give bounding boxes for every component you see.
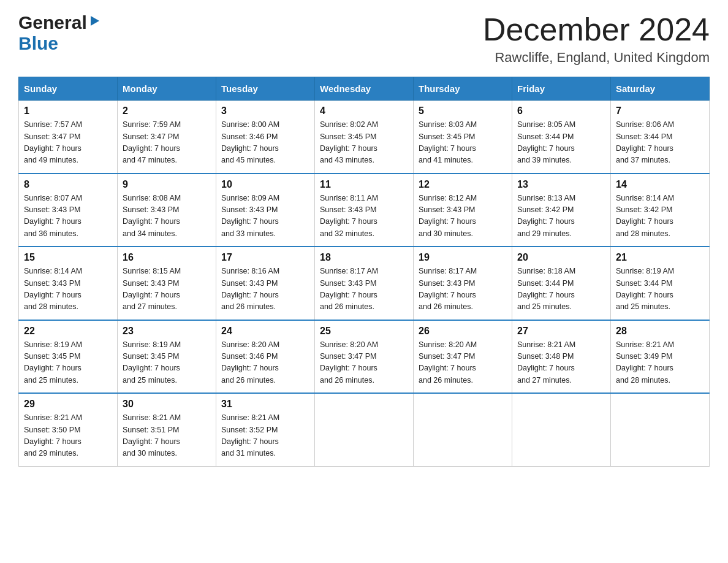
col-friday: Friday [512,77,611,101]
table-row [512,393,611,466]
day-number: 23 [123,326,211,337]
day-number: 27 [517,326,605,337]
day-number: 31 [221,399,309,410]
day-info: Sunrise: 8:08 AM Sunset: 3:43 PM Dayligh… [123,193,211,240]
day-number: 15 [24,252,112,263]
day-number: 11 [320,179,408,190]
table-row: 6 Sunrise: 8:05 AM Sunset: 3:44 PM Dayli… [512,101,611,174]
logo-triangle-icon [89,15,100,28]
day-info: Sunrise: 8:21 AM Sunset: 3:50 PM Dayligh… [24,412,112,460]
day-info: Sunrise: 8:21 AM Sunset: 3:51 PM Dayligh… [123,412,211,460]
calendar-week-row: 15 Sunrise: 8:14 AM Sunset: 3:43 PM Dayl… [19,247,710,320]
table-row: 31 Sunrise: 8:21 AM Sunset: 3:52 PM Dayl… [216,393,315,466]
day-info: Sunrise: 7:57 AM Sunset: 3:47 PM Dayligh… [24,119,112,167]
day-info: Sunrise: 7:59 AM Sunset: 3:47 PM Dayligh… [123,119,211,167]
day-info: Sunrise: 8:11 AM Sunset: 3:43 PM Dayligh… [320,193,408,240]
day-info: Sunrise: 8:21 AM Sunset: 3:49 PM Dayligh… [616,339,704,387]
day-info: Sunrise: 8:21 AM Sunset: 3:52 PM Dayligh… [221,412,309,460]
table-row: 10 Sunrise: 8:09 AM Sunset: 3:43 PM Dayl… [216,174,315,247]
day-info: Sunrise: 8:13 AM Sunset: 3:42 PM Dayligh… [517,193,605,240]
day-info: Sunrise: 8:14 AM Sunset: 3:43 PM Dayligh… [24,266,112,313]
col-sunday: Sunday [19,77,118,101]
table-row: 9 Sunrise: 8:08 AM Sunset: 3:43 PM Dayli… [118,174,216,247]
svg-marker-0 [91,16,99,26]
table-row: 25 Sunrise: 8:20 AM Sunset: 3:47 PM Dayl… [315,320,414,394]
table-row: 3 Sunrise: 8:00 AM Sunset: 3:46 PM Dayli… [216,101,315,174]
day-number: 19 [419,252,507,263]
table-row: 19 Sunrise: 8:17 AM Sunset: 3:43 PM Dayl… [414,247,512,320]
day-number: 16 [123,252,211,263]
day-number: 13 [517,179,605,190]
table-row: 27 Sunrise: 8:21 AM Sunset: 3:48 PM Dayl… [512,320,611,394]
table-row [315,393,414,466]
day-info: Sunrise: 8:03 AM Sunset: 3:45 PM Dayligh… [419,119,507,167]
day-info: Sunrise: 8:19 AM Sunset: 3:44 PM Dayligh… [616,266,704,313]
col-wednesday: Wednesday [315,77,414,101]
table-row: 11 Sunrise: 8:11 AM Sunset: 3:43 PM Dayl… [315,174,414,247]
day-info: Sunrise: 8:07 AM Sunset: 3:43 PM Dayligh… [24,193,112,240]
title-block: December 2024 Rawcliffe, England, United… [483,12,710,66]
day-number: 22 [24,326,112,337]
day-info: Sunrise: 8:17 AM Sunset: 3:43 PM Dayligh… [320,266,408,313]
day-number: 14 [616,179,704,190]
day-info: Sunrise: 8:09 AM Sunset: 3:43 PM Dayligh… [221,193,309,240]
day-number: 21 [616,252,704,263]
table-row: 16 Sunrise: 8:15 AM Sunset: 3:43 PM Dayl… [118,247,216,320]
table-row: 21 Sunrise: 8:19 AM Sunset: 3:44 PM Dayl… [611,247,710,320]
col-thursday: Thursday [414,77,512,101]
table-row: 28 Sunrise: 8:21 AM Sunset: 3:49 PM Dayl… [611,320,710,394]
day-number: 20 [517,252,605,263]
table-row: 4 Sunrise: 8:02 AM Sunset: 3:45 PM Dayli… [315,101,414,174]
day-number: 6 [517,105,605,117]
table-row: 17 Sunrise: 8:16 AM Sunset: 3:43 PM Dayl… [216,247,315,320]
calendar-week-row: 29 Sunrise: 8:21 AM Sunset: 3:50 PM Dayl… [19,393,710,466]
table-row: 20 Sunrise: 8:18 AM Sunset: 3:44 PM Dayl… [512,247,611,320]
day-number: 17 [221,252,309,263]
day-info: Sunrise: 8:20 AM Sunset: 3:46 PM Dayligh… [221,339,309,387]
table-row: 29 Sunrise: 8:21 AM Sunset: 3:50 PM Dayl… [19,393,118,466]
day-number: 3 [221,105,309,117]
table-row: 8 Sunrise: 8:07 AM Sunset: 3:43 PM Dayli… [19,174,118,247]
day-number: 29 [24,399,112,410]
col-saturday: Saturday [611,77,710,101]
location-title: Rawcliffe, England, United Kingdom [483,50,710,66]
calendar-week-row: 22 Sunrise: 8:19 AM Sunset: 3:45 PM Dayl… [19,320,710,394]
logo: General Blue [18,12,100,54]
table-row: 18 Sunrise: 8:17 AM Sunset: 3:43 PM Dayl… [315,247,414,320]
table-row: 24 Sunrise: 8:20 AM Sunset: 3:46 PM Dayl… [216,320,315,394]
calendar-table: Sunday Monday Tuesday Wednesday Thursday… [18,77,710,467]
table-row: 5 Sunrise: 8:03 AM Sunset: 3:45 PM Dayli… [414,101,512,174]
day-number: 24 [221,326,309,337]
day-info: Sunrise: 8:16 AM Sunset: 3:43 PM Dayligh… [221,266,309,313]
day-info: Sunrise: 8:14 AM Sunset: 3:42 PM Dayligh… [616,193,704,240]
calendar-header-row: Sunday Monday Tuesday Wednesday Thursday… [19,77,710,101]
day-info: Sunrise: 8:05 AM Sunset: 3:44 PM Dayligh… [517,119,605,167]
day-info: Sunrise: 8:21 AM Sunset: 3:48 PM Dayligh… [517,339,605,387]
day-number: 10 [221,179,309,190]
table-row: 22 Sunrise: 8:19 AM Sunset: 3:45 PM Dayl… [19,320,118,394]
day-info: Sunrise: 8:00 AM Sunset: 3:46 PM Dayligh… [221,119,309,167]
day-info: Sunrise: 8:15 AM Sunset: 3:43 PM Dayligh… [123,266,211,313]
table-row: 15 Sunrise: 8:14 AM Sunset: 3:43 PM Dayl… [19,247,118,320]
calendar-week-row: 1 Sunrise: 7:57 AM Sunset: 3:47 PM Dayli… [19,101,710,174]
col-monday: Monday [118,77,216,101]
day-number: 26 [419,326,507,337]
day-info: Sunrise: 8:19 AM Sunset: 3:45 PM Dayligh… [123,339,211,387]
table-row: 12 Sunrise: 8:12 AM Sunset: 3:43 PM Dayl… [414,174,512,247]
day-info: Sunrise: 8:20 AM Sunset: 3:47 PM Dayligh… [320,339,408,387]
day-number: 5 [419,105,507,117]
day-number: 25 [320,326,408,337]
day-info: Sunrise: 8:06 AM Sunset: 3:44 PM Dayligh… [616,119,704,167]
table-row: 1 Sunrise: 7:57 AM Sunset: 3:47 PM Dayli… [19,101,118,174]
logo-blue-text: Blue [18,33,58,53]
table-row: 13 Sunrise: 8:13 AM Sunset: 3:42 PM Dayl… [512,174,611,247]
day-info: Sunrise: 8:12 AM Sunset: 3:43 PM Dayligh… [419,193,507,240]
table-row: 30 Sunrise: 8:21 AM Sunset: 3:51 PM Dayl… [118,393,216,466]
day-info: Sunrise: 8:17 AM Sunset: 3:43 PM Dayligh… [419,266,507,313]
table-row [414,393,512,466]
day-number: 12 [419,179,507,190]
table-row: 14 Sunrise: 8:14 AM Sunset: 3:42 PM Dayl… [611,174,710,247]
day-number: 2 [123,105,211,117]
table-row: 26 Sunrise: 8:20 AM Sunset: 3:47 PM Dayl… [414,320,512,394]
table-row [611,393,710,466]
